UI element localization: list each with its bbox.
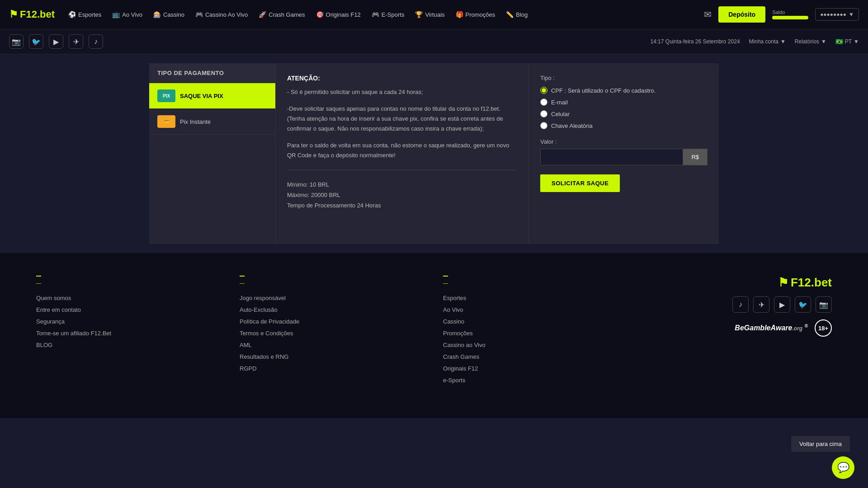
logo[interactable]: ⚑ F12.bet	[9, 9, 55, 20]
footer-link[interactable]: Crash Games	[443, 351, 628, 363]
footer-link[interactable]: Cassino ao Vivo	[443, 339, 628, 351]
footer-link[interactable]: Cassino	[443, 316, 628, 328]
nav-item-esportes[interactable]: ⚽Esportes	[64, 8, 106, 21]
telegram-icon[interactable]: ✈	[69, 34, 83, 49]
nav-label-cassino-ao-vivo: Cassino Ao Vivo	[205, 11, 248, 18]
flag-icon: 🇧🇷	[835, 38, 843, 45]
nav-icon-virtuais: 🏆	[415, 11, 423, 18]
minha-conta-menu[interactable]: Minha conta ▼	[749, 38, 786, 45]
radio-celular[interactable]: Celular	[540, 110, 708, 117]
relatorios-menu[interactable]: Relatórios ▼	[795, 38, 826, 45]
radio-celular-input[interactable]	[540, 110, 547, 117]
radio-cpf[interactable]: CPF : Será utilizado o CPF do cadastro.	[540, 87, 708, 94]
mail-icon[interactable]: ✉	[704, 9, 712, 20]
tempo-text: Tempo de Processamento 24 Horas	[287, 200, 517, 211]
instagram-icon[interactable]: 📷	[9, 34, 24, 49]
footer-col2-links: Jogo responsávelAuto-ExclusãoPolítica de…	[240, 292, 425, 375]
tiktok-icon[interactable]: ♪	[89, 34, 103, 49]
nav-label-originais-f12: Originais F12	[326, 11, 361, 18]
youtube-icon[interactable]: ▶	[49, 34, 63, 49]
nav-item-originais-f12[interactable]: 🎯Originais F12	[311, 8, 365, 21]
nav-icon-esportes: ⚽	[68, 11, 76, 18]
footer-link[interactable]: Quem somos	[36, 292, 222, 304]
footer-link[interactable]: RGPD	[240, 363, 425, 375]
pix-logo: PIX	[157, 89, 175, 102]
payment-sidebar: TIPO DE PAGAMENTO PIX SAQUE VIA PIX 💳 Pi…	[149, 63, 276, 244]
footer-social: ♪ ✈ ▶ 🐦 📷	[732, 296, 832, 313]
radio-cpf-input[interactable]	[540, 87, 547, 94]
account-area[interactable]: ●●●●●●●● ▼	[815, 8, 859, 21]
chevron-down-icon: ▼	[849, 11, 854, 18]
footer-link[interactable]: BLOG	[36, 339, 222, 351]
payment-item-saque-pix[interactable]: PIX SAQUE VIA PIX	[149, 83, 275, 109]
relatorios-label: Relatórios	[795, 38, 819, 45]
nav-item-crash-games[interactable]: 🚀Crash Games	[254, 8, 309, 21]
account-text: ●●●●●●●●	[820, 11, 846, 18]
footer-tiktok-icon[interactable]: ♪	[732, 296, 749, 313]
lang-chevron: ▼	[854, 38, 859, 45]
divider	[287, 170, 517, 170]
nav-item-ao-vivo[interactable]: 📺Ao Vivo	[108, 8, 147, 21]
nav-icon-originais-f12: 🎯	[316, 11, 324, 18]
payment-item-pix-instante[interactable]: 💳 Pix Instante	[149, 109, 275, 135]
twitter-icon[interactable]: 🐦	[29, 34, 43, 49]
footer-instagram-icon[interactable]: 📷	[816, 296, 832, 313]
nav-label-promocoes: Promoções	[466, 11, 495, 18]
footer-link[interactable]: Segurança	[36, 316, 222, 328]
footer-col3-links: EsportesAo VivoCassinoPromoçõesCassino a…	[443, 292, 628, 386]
footer-link[interactable]: Auto-Exclusão	[240, 304, 425, 316]
nav-item-cassino[interactable]: 🎰Cassino	[149, 8, 189, 21]
payment-content: ATENÇÃO: - Só é permitido solicitar um s…	[276, 63, 719, 244]
logo-text: F12.bet	[20, 9, 55, 20]
chat-button[interactable]: 💬	[832, 456, 854, 479]
nav-item-promocoes[interactable]: 🎁Promoções	[451, 8, 500, 21]
footer-link[interactable]: Originais F12	[443, 363, 628, 375]
footer-youtube-icon[interactable]: ▶	[774, 296, 790, 313]
nav-label-virtuais: Virtuais	[425, 11, 444, 18]
payment-item-pix-instante-label: Pix Instante	[180, 118, 211, 125]
nav-item-cassino-ao-vivo[interactable]: 🎮Cassino Ao Vivo	[191, 8, 252, 21]
deposit-button[interactable]: Depósito	[718, 6, 765, 23]
currency-button[interactable]: R$	[683, 149, 708, 165]
radio-email-label: E-mail	[551, 99, 568, 106]
nav-label-esportes: Esportes	[78, 11, 101, 18]
nav-item-blog[interactable]: ✏️Blog	[501, 8, 532, 21]
nav-item-e-sports[interactable]: 🎮E-Sports	[367, 8, 409, 21]
footer-brand: ⚑ F12.bet ♪ ✈ ▶ 🐦 📷 BeGambleAware.org ® …	[646, 276, 832, 386]
header: ⚑ F12.bet ⚽Esportes📺Ao Vivo🎰Cassino🎮Cass…	[0, 0, 868, 29]
footer-telegram-icon[interactable]: ✈	[753, 296, 769, 313]
footer-link[interactable]: Promoções	[443, 328, 628, 339]
chat-icon: 💬	[837, 462, 849, 474]
footer-link[interactable]: Termos e Condições	[240, 328, 425, 339]
nav-label-e-sports: E-Sports	[382, 11, 405, 18]
footer-logo: ⚑ F12.bet	[778, 276, 832, 290]
language-menu[interactable]: 🇧🇷 PT ▼	[835, 38, 859, 45]
footer-col1-links: Quem somosEntre em contatoSegurançaTorne…	[36, 292, 222, 351]
footer-link[interactable]: Jogo responsável	[240, 292, 425, 304]
back-to-top-button[interactable]: Voltar para cima	[791, 436, 850, 452]
min-max-info: Mínimo: 10 BRL Máximo: 20000 BRL Tempo d…	[287, 179, 517, 211]
radio-email[interactable]: E-mail	[540, 99, 708, 106]
radio-chave[interactable]: Chave Aleatória	[540, 122, 708, 129]
be-gamble-sup: ®	[805, 324, 808, 328]
footer-link[interactable]: Ao Vivo	[443, 304, 628, 316]
footer-link[interactable]: Resultados e RNG	[240, 351, 425, 363]
footer-col-1-title: —	[36, 276, 41, 286]
nav-item-virtuais[interactable]: 🏆Virtuais	[410, 8, 449, 21]
footer-link[interactable]: Torne-se um afiliado F12.Bet	[36, 328, 222, 339]
footer-link[interactable]: Esportes	[443, 292, 628, 304]
footer-twitter-icon[interactable]: 🐦	[795, 296, 811, 313]
main-content: TIPO DE PAGAMENTO PIX SAQUE VIA PIX 💳 Pi…	[140, 54, 728, 253]
radio-chave-input[interactable]	[540, 122, 547, 129]
footer-link[interactable]: Entre em contato	[36, 304, 222, 316]
footer-link[interactable]: Política de Privacidade	[240, 316, 425, 328]
footer-link[interactable]: e-Sports	[443, 375, 628, 386]
radio-chave-label: Chave Aleatória	[551, 122, 593, 129]
nav-icon-cassino-ao-vivo: 🎮	[195, 11, 203, 18]
valor-input[interactable]	[540, 149, 683, 165]
radio-email-input[interactable]	[540, 99, 547, 106]
footer-link[interactable]: AML	[240, 339, 425, 351]
solicitar-saque-button[interactable]: SOLICITAR SAQUE	[540, 174, 620, 192]
footer-col-3: — EsportesAo VivoCassinoPromoçõesCassino…	[443, 276, 628, 386]
radio-group: CPF : Será utilizado o CPF do cadastro. …	[540, 87, 708, 129]
